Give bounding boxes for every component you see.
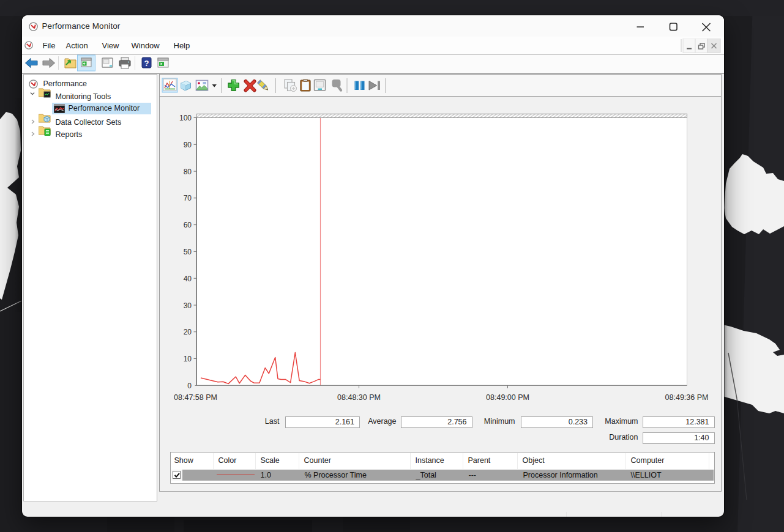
svg-text:60: 60 xyxy=(184,221,192,229)
svg-text:0: 0 xyxy=(187,381,192,390)
svg-text:08:48:30 PM: 08:48:30 PM xyxy=(337,393,381,401)
svg-text:100: 100 xyxy=(179,114,192,122)
svg-text:08:47:58 PM: 08:47:58 PM xyxy=(174,393,217,401)
svg-text:08:49:00 PM: 08:49:00 PM xyxy=(486,393,529,401)
svg-text:08:49:36 PM: 08:49:36 PM xyxy=(665,393,709,401)
svg-text:90: 90 xyxy=(184,140,192,149)
svg-text:30: 30 xyxy=(184,301,192,309)
svg-text:50: 50 xyxy=(184,247,192,256)
svg-text:80: 80 xyxy=(184,167,192,175)
svg-text:10: 10 xyxy=(184,355,192,363)
svg-text:70: 70 xyxy=(184,194,192,202)
svg-text:20: 20 xyxy=(184,328,192,336)
svg-text:40: 40 xyxy=(184,274,192,283)
svg-text:?: ? xyxy=(144,59,149,68)
